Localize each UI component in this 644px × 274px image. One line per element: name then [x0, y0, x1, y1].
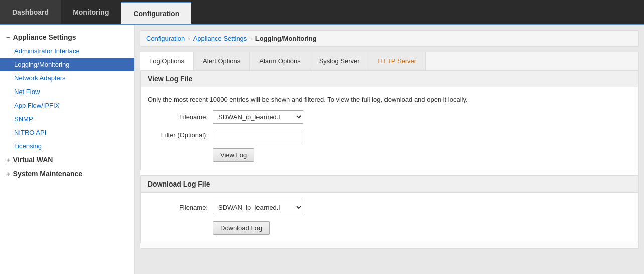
top-nav: Dashboard Monitoring Configuration — [0, 0, 644, 25]
filename-row: Filename: SDWAN_ip_learned.l — [148, 110, 631, 124]
sidebar-item-network-adapters[interactable]: Network Adapters — [0, 71, 134, 85]
view-log-panel-body: Only the most recent 10000 entries will … — [141, 87, 638, 170]
tab-alarm-options[interactable]: Alarm Options — [250, 52, 310, 70]
download-filename-select[interactable]: SDWAN_ip_learned.l — [213, 201, 303, 214]
sidebar: − Appliance Settings Administrator Inter… — [0, 25, 135, 274]
breadcrumb-appliance-settings[interactable]: Appliance Settings — [193, 35, 247, 42]
sidebar-section-label-system-maintenance: System Maintenance — [13, 170, 83, 178]
nav-monitoring[interactable]: Monitoring — [61, 0, 121, 24]
download-log-button[interactable]: Download Log — [213, 221, 270, 235]
filter-label: Filter (Optional): — [148, 131, 208, 139]
tab-alert-options[interactable]: Alert Options — [194, 52, 250, 70]
download-log-panel-header: Download Log File — [141, 176, 638, 193]
sidebar-section-label-appliance: Appliance Settings — [13, 33, 76, 41]
breadcrumb-current: Logging/Monitoring — [255, 35, 317, 42]
sidebar-item-administrator-interface[interactable]: Administrator Interface — [0, 44, 134, 58]
view-log-info-text: Only the most recent 10000 entries will … — [148, 96, 631, 103]
sidebar-item-licensing[interactable]: Licensing — [0, 139, 134, 153]
breadcrumb: Configuration › Appliance Settings › Log… — [140, 30, 639, 47]
sidebar-item-app-flow-ipfix[interactable]: App Flow/IPFIX — [0, 99, 134, 112]
download-filename-row: Filename: SDWAN_ip_learned.l — [148, 201, 631, 214]
sidebar-item-snmp[interactable]: SNMP — [0, 112, 134, 126]
filename-label: Filename: — [148, 113, 208, 121]
sidebar-item-nitro-api[interactable]: NITRO API — [0, 126, 134, 139]
expand-icon-virtual-wan: + — [6, 156, 10, 164]
tab-http-server[interactable]: HTTP Server — [369, 52, 426, 70]
view-log-panel-header: View Log File — [141, 71, 638, 87]
filter-row: Filter (Optional): — [148, 129, 631, 141]
expand-icon-system-maintenance: + — [6, 170, 10, 178]
download-log-panel: Download Log File Filename: SDWAN_ip_lea… — [140, 175, 638, 243]
sidebar-section-appliance-settings[interactable]: − Appliance Settings — [0, 30, 134, 44]
view-log-button[interactable]: View Log — [213, 148, 254, 162]
sidebar-item-logging-monitoring[interactable]: Logging/Monitoring — [0, 58, 134, 71]
main-content: Configuration › Appliance Settings › Log… — [135, 25, 644, 274]
view-log-panel: View Log File Only the most recent 10000… — [140, 70, 638, 170]
tab-bar: Log Options Alert Options Alarm Options … — [140, 52, 639, 70]
nav-configuration[interactable]: Configuration — [121, 2, 191, 24]
download-log-panel-body: Filename: SDWAN_ip_learned.l Download Lo… — [141, 193, 638, 243]
tab-syslog-server[interactable]: Syslog Server — [310, 52, 369, 70]
tab-log-options[interactable]: Log Options — [140, 52, 194, 70]
sidebar-section-virtual-wan[interactable]: + Virtual WAN — [0, 153, 134, 167]
breadcrumb-sep-2: › — [250, 35, 252, 42]
nav-dashboard[interactable]: Dashboard — [0, 0, 61, 24]
tab-content: View Log File Only the most recent 10000… — [140, 70, 639, 249]
sidebar-section-system-maintenance[interactable]: + System Maintenance — [0, 167, 134, 181]
collapse-icon: − — [6, 34, 10, 41]
filename-select[interactable]: SDWAN_ip_learned.l — [213, 110, 303, 124]
layout: − Appliance Settings Administrator Inter… — [0, 25, 644, 274]
breadcrumb-sep-1: › — [188, 35, 190, 42]
sidebar-item-net-flow[interactable]: Net Flow — [0, 85, 134, 99]
sidebar-section-label-virtual-wan: Virtual WAN — [13, 156, 53, 164]
download-filename-label: Filename: — [148, 204, 208, 211]
breadcrumb-configuration[interactable]: Configuration — [146, 35, 185, 42]
filter-input[interactable] — [213, 129, 303, 141]
